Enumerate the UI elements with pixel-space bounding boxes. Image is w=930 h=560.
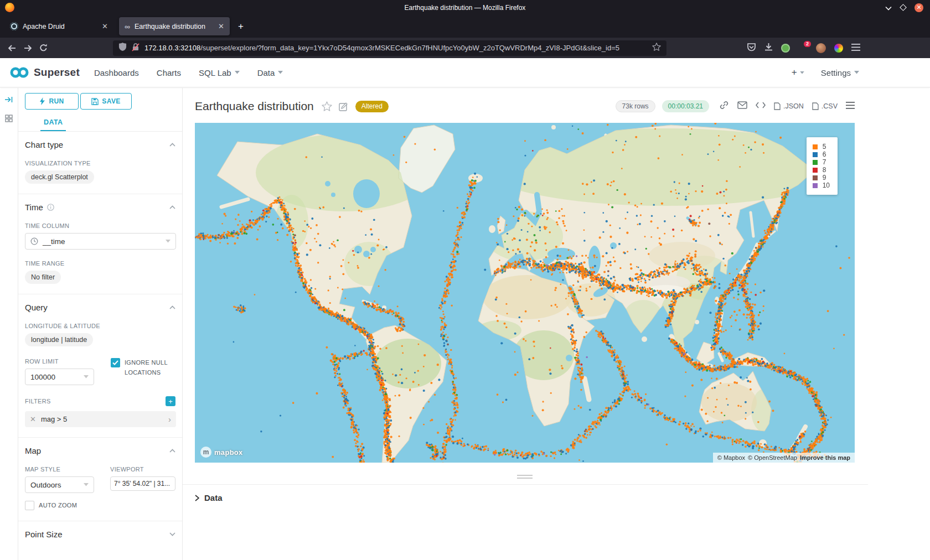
legend-swatch xyxy=(813,183,818,188)
url-text[interactable]: 172.18.0.3:32108/superset/explore/?form_… xyxy=(144,44,647,52)
filter-chip[interactable]: ✕ mag > 5 › xyxy=(25,411,176,427)
ignore-null-checkbox[interactable] xyxy=(111,358,120,367)
legend-value: 5 xyxy=(823,143,826,151)
nav-data[interactable]: Data xyxy=(257,68,283,77)
attribution-mapbox-link[interactable]: © Mapbox xyxy=(717,454,745,461)
nav-dashboards[interactable]: Dashboards xyxy=(94,68,139,77)
menu-icon[interactable] xyxy=(851,43,860,53)
email-icon[interactable] xyxy=(737,101,747,111)
settings-menu[interactable]: Settings xyxy=(821,68,859,77)
info-icon[interactable] xyxy=(47,204,54,211)
attribution-osm-link[interactable]: © OpenStreetMap xyxy=(748,454,797,461)
extension-pinwheel-icon[interactable] xyxy=(834,44,843,53)
url-path: /superset/explore/?form_data_key=1Ykx7oD… xyxy=(200,44,619,52)
edit-chart-icon[interactable] xyxy=(339,102,348,111)
section-header[interactable]: Map xyxy=(25,446,175,455)
map-style-select[interactable]: Outdoors xyxy=(25,476,94,493)
panel-resize-handle[interactable] xyxy=(517,475,533,479)
insecure-lock-icon[interactable] xyxy=(132,43,140,54)
save-button[interactable]: SAVE xyxy=(80,93,132,110)
maximize-icon[interactable] xyxy=(900,4,907,11)
browser-tab-druid[interactable]: Apache Druid ✕ xyxy=(4,17,113,35)
remove-filter-icon[interactable]: ✕ xyxy=(30,415,36,423)
legend-item[interactable]: 6 xyxy=(813,151,830,158)
cache-link-icon[interactable] xyxy=(719,100,729,112)
viewport-input[interactable]: 7° 35' 54.02" | 31... xyxy=(110,476,175,491)
back-icon[interactable] xyxy=(4,40,20,56)
tab-close-icon[interactable]: ✕ xyxy=(218,22,224,30)
viz-type-label: VISUALIZATION TYPE xyxy=(25,160,175,167)
viz-type-chip[interactable]: deck.gl Scatterplot xyxy=(25,170,94,184)
profile-avatar[interactable] xyxy=(816,43,826,53)
run-button[interactable]: RUN xyxy=(25,93,79,110)
pocket-icon[interactable] xyxy=(747,43,756,54)
address-bar[interactable]: 172.18.0.3:32108/superset/explore/?form_… xyxy=(113,40,666,56)
chart-menu-icon[interactable] xyxy=(846,101,855,111)
favorite-star-icon[interactable] xyxy=(322,101,332,111)
chart-header-right: 73k rows 00:00:03.21 xyxy=(616,100,855,112)
mapbox-logo-icon: m xyxy=(200,447,211,458)
browser-titlebar: Earthquake distribution — Mozilla Firefo… xyxy=(0,0,930,15)
caret-down-icon xyxy=(84,375,89,378)
row-limit-value: 100000 xyxy=(30,373,79,381)
downloads-icon[interactable] xyxy=(764,43,773,54)
chevron-up-icon xyxy=(169,449,175,453)
forward-icon[interactable] xyxy=(20,40,35,56)
caret-down-icon xyxy=(166,240,170,243)
legend-swatch xyxy=(813,160,818,165)
window-shade-chevron-icon[interactable] xyxy=(885,3,892,13)
section-header[interactable]: Time xyxy=(25,203,175,212)
tab-data[interactable]: DATA xyxy=(40,113,66,131)
nav-sql-lab[interactable]: SQL Lab xyxy=(199,68,240,77)
extension-green-icon[interactable] xyxy=(781,44,790,53)
section-point-size: Point Size xyxy=(18,521,182,549)
add-filter-button[interactable]: + xyxy=(166,396,175,406)
time-range-chip[interactable]: No filter xyxy=(25,271,61,284)
section-chart-type: Chart type VISUALIZATION TYPE deck.gl Sc… xyxy=(18,132,182,194)
extension-badged-icon[interactable]: 2 xyxy=(798,44,808,53)
tab-close-icon[interactable]: ✕ xyxy=(102,22,108,30)
lonlat-chip[interactable]: longitude | latitude xyxy=(25,333,93,346)
filter-expand-caret-icon[interactable]: › xyxy=(168,414,171,424)
export-csv-button[interactable]: .CSV xyxy=(812,102,838,110)
legend-item[interactable]: 10 xyxy=(813,182,830,189)
row-count-badge: 73k rows xyxy=(616,100,655,112)
data-results-toggle[interactable]: Data xyxy=(195,493,930,502)
datasource-grid-icon[interactable] xyxy=(5,115,13,125)
legend-value: 10 xyxy=(823,182,830,189)
legend-item[interactable]: 8 xyxy=(813,166,830,174)
time-column-select[interactable]: __time xyxy=(25,233,176,250)
row-limit-select[interactable]: 100000 xyxy=(25,369,94,385)
browser-tabbar: Apache Druid ✕ ∞ Earthquake distribution… xyxy=(0,15,930,38)
section-title: Map xyxy=(25,446,41,455)
section-header[interactable]: Chart type xyxy=(25,140,175,149)
section-header[interactable]: Query xyxy=(25,303,175,312)
section-title: Chart type xyxy=(25,140,63,149)
tracking-shield-icon[interactable] xyxy=(118,42,127,54)
improve-map-link[interactable]: Improve this map xyxy=(800,454,850,461)
legend-item[interactable]: 9 xyxy=(813,174,830,182)
bookmark-star-icon[interactable] xyxy=(652,43,661,53)
tab-label: Apache Druid xyxy=(23,23,97,30)
chevron-up-icon xyxy=(169,305,175,309)
close-window-icon[interactable]: ✕ xyxy=(914,3,923,12)
new-tab-button[interactable]: + xyxy=(233,19,249,34)
collapse-datasource-panel-icon[interactable] xyxy=(4,96,13,106)
nav-charts[interactable]: Charts xyxy=(157,68,181,77)
superset-logo[interactable]: Superset xyxy=(9,66,80,79)
new-item-button[interactable]: + xyxy=(792,67,804,78)
embed-code-icon[interactable] xyxy=(756,101,766,111)
browser-tab-earthquake[interactable]: ∞ Earthquake distribution ✕ xyxy=(119,17,230,35)
deckgl-map[interactable]: 5678910 m mapbox © Mapbox © OpenStreetMa… xyxy=(195,123,855,463)
filters-header: FILTERS + xyxy=(25,396,175,406)
export-json-button[interactable]: .JSON xyxy=(774,102,804,110)
legend-item[interactable]: 5 xyxy=(813,143,830,151)
mapbox-wordmark: mapbox xyxy=(214,448,243,457)
auto-zoom-checkbox[interactable] xyxy=(25,501,34,510)
legend-item[interactable]: 7 xyxy=(813,158,830,166)
legend-value: 6 xyxy=(823,151,826,158)
altered-badge[interactable]: Altered xyxy=(355,101,389,112)
section-header[interactable]: Point Size xyxy=(25,530,175,539)
reload-icon[interactable] xyxy=(35,40,51,56)
mapbox-logo[interactable]: m mapbox xyxy=(200,447,243,458)
